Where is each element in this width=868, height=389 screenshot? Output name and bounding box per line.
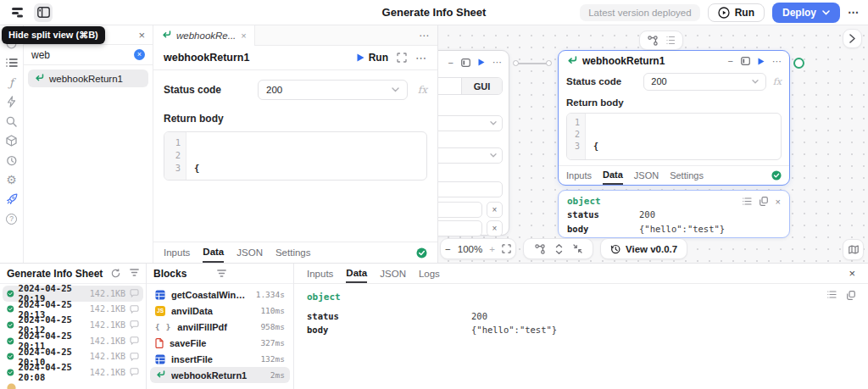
- segment-gui[interactable]: GUI: [462, 78, 502, 94]
- filter-icon[interactable]: [217, 270, 226, 277]
- history-icon[interactable]: [4, 153, 19, 167]
- header-more-menu[interactable]: ⋯: [848, 6, 860, 19]
- close-tab-icon[interactable]: ×: [241, 31, 246, 41]
- package-icon[interactable]: [4, 134, 19, 147]
- workflow-canvas[interactable]: − ⋯ GUI × ×: [438, 25, 868, 263]
- node-webhookreturn1[interactable]: webhookReturn1 − ⋯ Status code 200: [558, 50, 790, 186]
- window-icon[interactable]: [461, 58, 470, 67]
- unfold-vertical-icon[interactable]: [555, 244, 563, 254]
- block-row[interactable]: webhookReturn1 2ms: [150, 367, 290, 383]
- status-code-select[interactable]: 200: [258, 80, 408, 100]
- zoom-out-icon[interactable]: −: [445, 244, 451, 254]
- hidden-node-card[interactable]: − ⋯ GUI × ×: [438, 50, 509, 236]
- fx-icon[interactable]: fx: [418, 84, 427, 96]
- hidden-select-2[interactable]: [438, 147, 503, 164]
- search-input[interactable]: web ×: [24, 45, 153, 65]
- comment-icon[interactable]: [130, 336, 139, 345]
- tab-data[interactable]: Data: [203, 242, 224, 263]
- version-row[interactable]: 2024-04-25 20:08 142.1KB: [3, 364, 143, 381]
- minimap-toggle-button[interactable]: [843, 239, 864, 260]
- more-icon[interactable]: ⋯: [492, 57, 502, 68]
- gear-icon[interactable]: ⚙: [4, 173, 19, 186]
- block-row[interactable]: { } anvilFillPdf 958ms: [150, 319, 290, 335]
- tab-inputs[interactable]: Inputs: [164, 242, 190, 263]
- collapse-diagonal-icon[interactable]: [573, 244, 582, 253]
- tab-json[interactable]: JSON: [380, 264, 406, 283]
- play-icon[interactable]: [758, 58, 765, 65]
- list-layout-icon[interactable]: [666, 36, 676, 45]
- zoom-in-icon[interactable]: +: [489, 244, 495, 254]
- comment-icon[interactable]: [130, 305, 139, 314]
- search-icon[interactable]: [4, 114, 19, 128]
- segment-code[interactable]: [438, 78, 462, 94]
- fit-view-icon[interactable]: [502, 244, 511, 253]
- edge-endpoint[interactable]: [546, 60, 552, 66]
- comment-icon[interactable]: [130, 368, 139, 376]
- block-row[interactable]: insertFile 132ms: [150, 351, 290, 367]
- version-row-partial[interactable]: [3, 381, 143, 389]
- remove-field-icon[interactable]: ×: [487, 202, 503, 218]
- block-row[interactable]: saveFile 327ms: [150, 335, 290, 351]
- hidden-input-3[interactable]: [438, 220, 482, 236]
- help-icon[interactable]: ?: [4, 212, 19, 225]
- list-view-icon[interactable]: [827, 291, 837, 300]
- function-icon[interactable]: ƒ: [4, 75, 19, 89]
- tab-data[interactable]: Data: [603, 166, 623, 185]
- more-icon[interactable]: ⋯: [772, 56, 782, 67]
- tab-json[interactable]: JSON: [634, 166, 659, 185]
- workflow-graph-icon[interactable]: [648, 36, 658, 46]
- hidden-input-2[interactable]: [438, 202, 482, 218]
- hidden-select-1[interactable]: [438, 115, 503, 131]
- close-inspector-icon[interactable]: ×: [849, 267, 855, 280]
- block-more-menu[interactable]: ⋯: [415, 52, 427, 64]
- run-block-button[interactable]: Run: [357, 52, 388, 64]
- status-code-select[interactable]: 200: [643, 73, 765, 91]
- minimize-icon[interactable]: −: [728, 56, 733, 66]
- auto-layout-icon[interactable]: [535, 244, 545, 254]
- minimize-icon[interactable]: −: [448, 58, 453, 68]
- node-output-port[interactable]: [793, 58, 804, 69]
- app-logo-icon[interactable]: [8, 3, 27, 22]
- window-icon[interactable]: [741, 57, 750, 65]
- tab-json[interactable]: JSON: [236, 242, 263, 263]
- view-version-button[interactable]: View v0.0.7: [600, 238, 687, 259]
- fx-icon[interactable]: fx: [773, 76, 782, 87]
- tab-logs[interactable]: Logs: [419, 264, 440, 283]
- close-panel-icon[interactable]: ×: [138, 29, 145, 42]
- close-result-icon[interactable]: ×: [776, 197, 781, 207]
- clear-search-icon[interactable]: ×: [134, 49, 145, 60]
- return-body-code-editor[interactable]: 123 { "hello": "test" }: [164, 131, 427, 181]
- tab-data[interactable]: Data: [346, 264, 367, 283]
- copy-icon[interactable]: [847, 291, 855, 300]
- block-row[interactable]: getCoastalWindSupplem… 1.334s: [150, 286, 290, 303]
- run-button[interactable]: Run: [708, 3, 765, 22]
- comment-icon[interactable]: [130, 320, 139, 329]
- rocket-icon[interactable]: [4, 192, 19, 206]
- tab-settings[interactable]: Settings: [275, 242, 311, 263]
- block-row[interactable]: JS anvilData 110ms: [150, 303, 290, 319]
- list-view-icon[interactable]: [743, 197, 752, 205]
- hidden-input-1[interactable]: [438, 181, 503, 197]
- tab-webhookreturn1[interactable]: webhookRe... ×: [153, 25, 255, 46]
- canvas-next-button[interactable]: [843, 29, 862, 48]
- refresh-icon[interactable]: [111, 269, 120, 278]
- return-body-code-editor[interactable]: 123 { "hello": "test" }: [566, 113, 782, 160]
- play-icon[interactable]: [478, 58, 485, 66]
- comment-icon[interactable]: [130, 353, 139, 361]
- list-outline-icon[interactable]: [4, 56, 19, 69]
- split-view-toggle-button[interactable]: [34, 3, 53, 22]
- edge-endpoint[interactable]: [513, 60, 519, 66]
- node-result-card[interactable]: object × status200 body{"hello":"test"}: [558, 190, 790, 238]
- filter-icon[interactable]: [130, 269, 139, 278]
- comment-icon[interactable]: [130, 289, 139, 297]
- expand-icon[interactable]: [397, 53, 407, 63]
- tab-settings[interactable]: Settings: [670, 166, 704, 185]
- copy-icon[interactable]: [760, 197, 768, 206]
- tabbar-more-menu[interactable]: ⋯: [419, 30, 437, 42]
- tab-inputs[interactable]: Inputs: [307, 264, 333, 283]
- deploy-button[interactable]: Deploy: [772, 3, 840, 23]
- remove-field-icon[interactable]: ×: [487, 220, 503, 236]
- lightning-icon[interactable]: [4, 95, 19, 108]
- tab-inputs[interactable]: Inputs: [566, 166, 592, 185]
- file-item-webhookreturn1[interactable]: webhookReturn1: [28, 69, 148, 87]
